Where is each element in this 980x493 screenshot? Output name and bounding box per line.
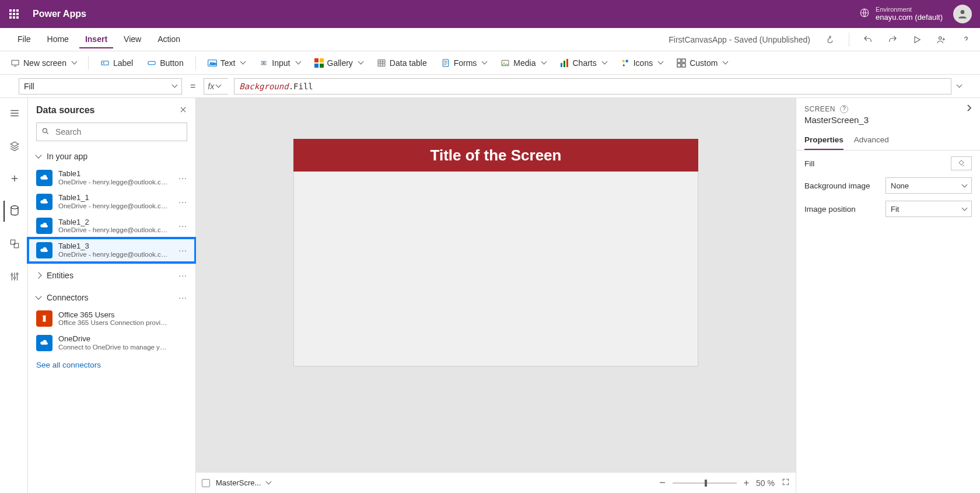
forms-dropdown[interactable]: Forms [435,56,493,70]
label-button[interactable]: Label [94,56,139,70]
help-icon[interactable]: ? [840,105,848,113]
avatar[interactable] [953,5,972,23]
ds-name: Table1_3 [58,242,169,251]
ds-sub: OneDrive - henry.legge@outlook.com [58,202,169,211]
formula-expand-icon[interactable] [957,82,963,88]
see-all-connectors-link[interactable]: See all connectors [28,355,195,375]
more-icon[interactable]: ··· [178,246,187,255]
connector-item[interactable]: OneDrive Connect to OneDrive to manage y… [28,331,195,355]
new-screen-button[interactable]: New screen [5,56,82,70]
help-icon[interactable] [957,30,975,49]
chevron-down-icon [962,205,968,211]
menu-home[interactable]: Home [41,31,75,48]
zoom-in-icon[interactable]: + [744,478,749,488]
tab-advanced[interactable]: Advanced [854,131,889,150]
text-dropdown[interactable]: Abc Text [202,56,251,70]
button-icon [147,58,156,68]
gallery-dropdown[interactable]: Gallery [309,56,369,70]
redo-icon[interactable] [883,30,902,49]
button-btn-label: Button [160,58,183,68]
svg-rect-0 [9,9,12,12]
section-connectors[interactable]: Connectors ··· [28,288,195,307]
connector-item[interactable]: Office 365 Users Office 365 Users Connec… [28,307,195,331]
environment-picker[interactable]: Environment enayu.com (default) [859,6,943,22]
rail-tree-icon[interactable] [4,103,24,124]
media-label: Media [513,58,536,68]
svg-rect-3 [9,13,12,15]
fill-color-picker[interactable] [951,156,972,170]
breadcrumb[interactable]: MasterScre... [216,478,261,487]
rail-tools-icon[interactable] [4,266,24,287]
more-icon[interactable]: ··· [178,293,187,302]
waffle-icon[interactable] [5,5,23,23]
search-field[interactable] [54,127,182,137]
zoom-slider[interactable] [673,482,737,484]
data-source-item-selected[interactable]: Table1_3 OneDrive - henry.legge@outlook.… [28,238,195,262]
more-icon[interactable]: ··· [178,221,187,230]
onedrive-icon [36,170,52,186]
tab-properties[interactable]: Properties [804,131,844,150]
canvas-area[interactable]: Title of the Screen MasterScre... − + 50… [196,98,796,493]
formula-bar: Fill = fx Background.Fill [0,75,980,98]
connector-sub: Connect to OneDrive to manage your files… [58,344,169,352]
close-icon[interactable] [179,106,187,116]
data-source-item[interactable]: Table1_1 OneDrive - henry.legge@outlook.… [28,190,195,214]
charts-dropdown[interactable]: Charts [554,56,612,70]
more-icon[interactable]: ··· [178,271,187,280]
search-input[interactable] [36,123,187,141]
svg-rect-6 [9,16,12,19]
zoom-out-icon[interactable]: − [659,477,666,489]
input-dropdown[interactable]: Input [253,56,306,70]
gallery-icon [314,58,324,68]
screen-canvas[interactable]: Title of the Screen [293,139,698,366]
svg-rect-2 [16,9,19,12]
section-in-your-app[interactable]: In your app [28,147,195,166]
fit-screen-icon[interactable] [782,478,790,488]
app-checker-icon[interactable] [821,30,839,49]
more-icon[interactable]: ··· [178,197,187,207]
play-icon[interactable] [908,30,926,49]
svg-point-17 [263,62,265,64]
svg-point-41 [43,128,47,132]
svg-point-38 [11,274,13,276]
data-source-item[interactable]: Table1 OneDrive - henry.legge@outlook.co… [28,166,195,190]
section-entities[interactable]: Entities ··· [28,266,195,285]
ds-sub: OneDrive - henry.legge@outlook.com [58,179,169,187]
media-icon [501,58,510,68]
office-icon [36,310,52,327]
rail-layers-icon[interactable] [4,135,24,156]
prop-fill-label: Fill [804,159,814,168]
rail-data-icon[interactable] [4,201,24,222]
menu-action[interactable]: Action [152,31,186,48]
rail-media-icon[interactable] [4,233,24,254]
screen-title-bar[interactable]: Title of the Screen [293,139,698,172]
media-dropdown[interactable]: Media [495,56,551,70]
svg-rect-28 [566,59,568,67]
custom-dropdown[interactable]: Custom [671,56,733,70]
property-dropdown[interactable]: Fill [19,78,182,95]
data-table-button[interactable]: Data table [371,56,433,70]
menu-file[interactable]: File [12,31,37,48]
formula-input[interactable]: Background.Fill [234,78,951,95]
menu-insert[interactable]: Insert [79,31,113,48]
label-btn-label: Label [113,58,133,68]
button-button[interactable]: Button [141,56,189,70]
bg-image-select[interactable]: None [886,177,972,194]
fx-button[interactable]: fx [204,78,228,95]
select-checkbox[interactable] [202,479,210,487]
svg-rect-8 [16,16,19,19]
menu-view[interactable]: View [118,31,147,48]
zoom-value: 50 % [756,478,775,488]
rail-insert-icon[interactable] [4,168,24,189]
chevron-down-icon[interactable] [266,479,272,485]
share-icon[interactable] [932,30,951,49]
section-label: Entities [47,271,74,280]
data-source-item[interactable]: Table1_2 OneDrive - henry.legge@outlook.… [28,214,195,238]
more-icon[interactable]: ··· [178,173,187,183]
new-screen-label: New screen [23,58,66,68]
chevron-right-icon[interactable] [966,104,972,114]
undo-icon[interactable] [859,30,877,49]
svg-point-11 [939,36,942,39]
img-pos-select[interactable]: Fit [886,201,972,217]
icons-dropdown[interactable]: Icons [615,56,668,70]
